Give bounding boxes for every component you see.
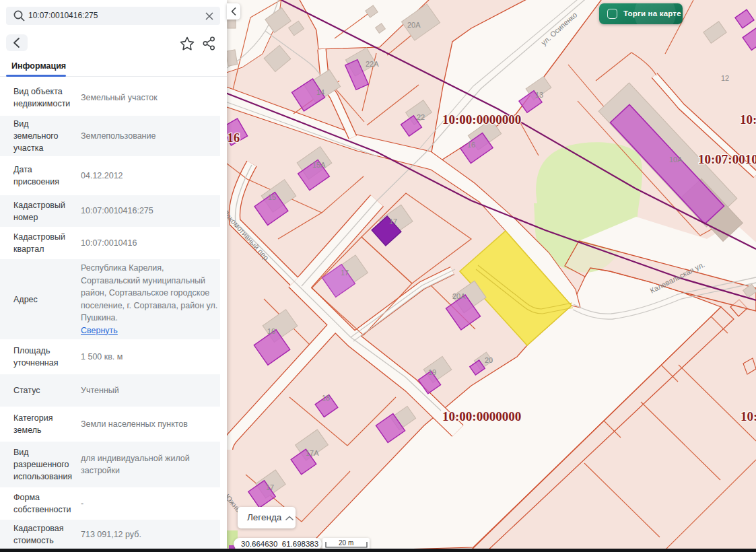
svg-text:10:00:0000000: 10:00:0000000 [741,409,756,423]
svg-text:20А: 20А [452,292,466,300]
svg-text:20: 20 [485,356,493,364]
svg-text:14: 14 [316,88,324,96]
svg-text:10:00:0000000: 10:00:0000000 [442,112,521,127]
svg-text:18: 18 [322,394,330,402]
svg-text:10:07:0010416: 10:07:0010416 [698,152,756,166]
svg-text:10А: 10А [669,156,683,164]
svg-text:16: 16 [267,327,275,335]
svg-text:13: 13 [535,91,543,99]
svg-text:16: 16 [467,141,475,149]
svg-text:15: 15 [268,193,276,201]
svg-text:10:00:0000000: 10:00:0000000 [740,112,756,127]
svg-text:17А: 17А [306,449,319,457]
svg-text:17: 17 [341,269,349,277]
svg-text:15А: 15А [312,161,326,169]
svg-text:20А: 20А [407,21,421,29]
svg-text:12: 12 [721,74,729,82]
svg-text:10:00:0000000: 10:00:0000000 [442,409,521,423]
svg-text:17: 17 [266,483,274,491]
svg-text:22А: 22А [366,60,379,68]
svg-text:19: 19 [428,368,436,376]
svg-text:17: 17 [389,217,397,226]
svg-text:22: 22 [417,113,425,121]
